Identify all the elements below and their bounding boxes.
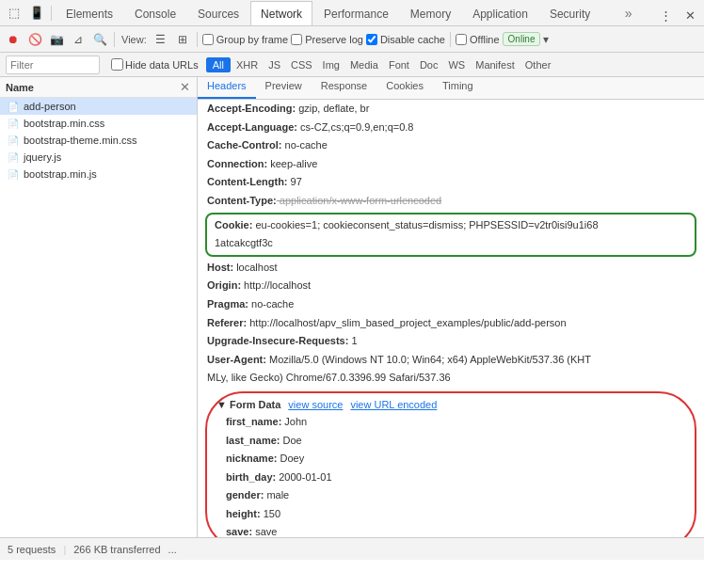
- network-toolbar: ⏺ 🚫 📷 ⊿ 🔍 View: ☰ ⊞ Group by frame Prese…: [0, 26, 704, 53]
- tab-memory[interactable]: Memory: [400, 1, 461, 25]
- form-field-nickname: nickname: Doey: [216, 450, 685, 469]
- form-field-gender: gender: male: [216, 486, 685, 505]
- filter-css-btn[interactable]: CSS: [286, 57, 317, 72]
- hide-data-urls-checkbox[interactable]: [111, 58, 123, 71]
- offline-label[interactable]: Offline: [456, 34, 500, 45]
- more-options-btn[interactable]: ⋮: [655, 5, 676, 25]
- filter-other-btn[interactable]: Other: [520, 57, 556, 72]
- form-data-title: ▼ Form Data: [216, 399, 280, 410]
- header-pragma: Pragma: no-cache: [198, 295, 704, 314]
- form-data-header: ▼ Form Data view source view URL encoded: [216, 399, 685, 410]
- view-source-link[interactable]: view source: [288, 399, 343, 410]
- file-item-add-person[interactable]: 📄 add-person: [0, 98, 197, 115]
- filter-manifest-btn[interactable]: Manifest: [471, 57, 520, 72]
- sub-tab-timing[interactable]: Timing: [433, 77, 483, 99]
- files-close-btn[interactable]: ✕: [178, 81, 191, 94]
- status-ellipsis: ...: [168, 544, 177, 555]
- sub-tab-headers[interactable]: Headers: [198, 77, 256, 99]
- filter-btn[interactable]: ⊿: [69, 30, 88, 49]
- view-label: View:: [121, 34, 147, 45]
- sub-tabs: Headers Preview Response Cookies Timing: [198, 77, 704, 100]
- offline-checkbox[interactable]: [456, 34, 467, 45]
- filter-font-btn[interactable]: Font: [384, 57, 414, 72]
- view-url-encoded-link[interactable]: view URL encoded: [350, 399, 437, 410]
- file-name: bootstrap.min.js: [24, 168, 97, 180]
- filter-ws-btn[interactable]: WS: [443, 57, 470, 72]
- form-field-first-name: first_name: John: [216, 413, 685, 432]
- toolbar-separator: [51, 6, 52, 21]
- header-user-agent: User-Agent: Mozilla/5.0 (Windows NT 10.0…: [198, 351, 704, 370]
- header-host: Host: localhost: [198, 259, 704, 278]
- file-name: bootstrap.min.css: [24, 118, 104, 129]
- header-content-type: Content-Type: application/x-www-form-url…: [198, 192, 704, 211]
- group-by-frame-label[interactable]: Group by frame: [202, 34, 288, 45]
- tab-elements[interactable]: Elements: [56, 1, 123, 25]
- header-cache-control: Cache-Control: no-cache: [198, 136, 704, 155]
- device-toggle-btn[interactable]: 📱: [26, 3, 47, 24]
- header-accept-language: Accept-Language: cs-CZ,cs;q=0.9,en;q=0.8: [198, 119, 704, 137]
- toolbar-sep2: [197, 32, 198, 47]
- file-item-jquery[interactable]: 📄 jquery.js: [0, 149, 197, 166]
- file-icon: 📄: [8, 102, 19, 112]
- filter-xhr-btn[interactable]: XHR: [232, 57, 263, 72]
- filter-js-btn[interactable]: JS: [264, 57, 285, 72]
- headers-content[interactable]: Accept-Encoding: gzip, deflate, br Accep…: [198, 100, 704, 537]
- preserve-log-label[interactable]: Preserve log: [291, 34, 363, 45]
- file-icon: 📄: [8, 119, 19, 129]
- search-btn[interactable]: 🔍: [90, 30, 109, 49]
- hide-data-urls-label[interactable]: Hide data URLs: [111, 58, 199, 71]
- file-icon: 📄: [8, 135, 19, 146]
- capture-screenshots-btn[interactable]: 📷: [47, 30, 66, 49]
- requests-count: 5 requests: [8, 544, 56, 555]
- file-item-bootstrap-css[interactable]: 📄 bootstrap.min.css: [0, 115, 197, 132]
- form-field-birth-day: birth_day: 2000-01-01: [216, 469, 685, 487]
- tabs-overflow-btn[interactable]: »: [619, 0, 638, 25]
- header-content-length: Content-Length: 97: [198, 173, 704, 192]
- online-dropdown-arrow[interactable]: ▾: [543, 33, 549, 46]
- file-icon: 📄: [8, 169, 19, 180]
- header-referer: Referer: http://localhost/apv_slim_based…: [198, 314, 704, 333]
- file-item-bootstrap-theme-css[interactable]: 📄 bootstrap-theme.min.css: [0, 132, 197, 149]
- file-item-bootstrap-js[interactable]: 📄 bootstrap.min.js: [0, 166, 197, 183]
- filter-media-btn[interactable]: Media: [345, 57, 383, 72]
- form-field-save: save: save: [216, 523, 685, 537]
- disable-cache-label[interactable]: Disable cache: [366, 34, 445, 45]
- tab-network[interactable]: Network: [250, 1, 312, 25]
- header-cookie: Cookie: eu-cookies=1; cookieconsent_stat…: [211, 216, 691, 235]
- view-list-btn[interactable]: ☰: [152, 30, 170, 49]
- header-connection: Connection: keep-alive: [198, 155, 704, 174]
- tab-sources[interactable]: Sources: [187, 1, 249, 25]
- close-devtools-btn[interactable]: ✕: [680, 5, 700, 25]
- header-user-agent-cont: MLy, like Gecko) Chrome/67.0.3396.99 Saf…: [198, 369, 704, 388]
- filter-doc-btn[interactable]: Doc: [415, 57, 443, 72]
- inspect-element-btn[interactable]: ⬚: [4, 3, 24, 24]
- files-column-name: Name: [6, 82, 34, 93]
- disable-cache-checkbox[interactable]: [366, 34, 377, 45]
- main-content: Name ✕ 📄 add-person 📄 bootstrap.min.css …: [0, 77, 704, 537]
- filter-input[interactable]: [6, 56, 100, 74]
- filter-all-btn[interactable]: All: [206, 57, 231, 72]
- record-btn[interactable]: ⏺: [4, 30, 23, 49]
- filter-row: Hide data URLs All XHR JS CSS Img Media …: [0, 53, 704, 77]
- tab-security[interactable]: Security: [539, 1, 600, 25]
- clear-btn[interactable]: 🚫: [25, 30, 44, 49]
- toolbar-sep3: [450, 32, 451, 47]
- view-grid-btn[interactable]: ⊞: [173, 30, 192, 49]
- file-icon: 📄: [8, 152, 19, 163]
- toolbar-sep1: [114, 32, 115, 47]
- sub-tab-response[interactable]: Response: [312, 77, 377, 99]
- header-upgrade-insecure: Upgrade-Insecure-Requests: 1: [198, 332, 704, 351]
- sub-tab-cookies[interactable]: Cookies: [376, 77, 433, 99]
- online-badge[interactable]: Online: [503, 32, 541, 46]
- form-data-section: ▼ Form Data view source view URL encoded…: [205, 391, 696, 537]
- file-name: add-person: [24, 101, 76, 112]
- right-panel: Headers Preview Response Cookies Timing …: [198, 77, 704, 537]
- header-cookie-cont: 1atcakcgtf3c: [211, 234, 691, 253]
- tab-console[interactable]: Console: [124, 1, 186, 25]
- sub-tab-preview[interactable]: Preview: [256, 77, 312, 99]
- filter-img-btn[interactable]: Img: [318, 57, 344, 72]
- group-by-frame-checkbox[interactable]: [202, 34, 214, 45]
- tab-application[interactable]: Application: [462, 1, 538, 25]
- preserve-log-checkbox[interactable]: [291, 34, 302, 45]
- tab-performance[interactable]: Performance: [313, 1, 399, 25]
